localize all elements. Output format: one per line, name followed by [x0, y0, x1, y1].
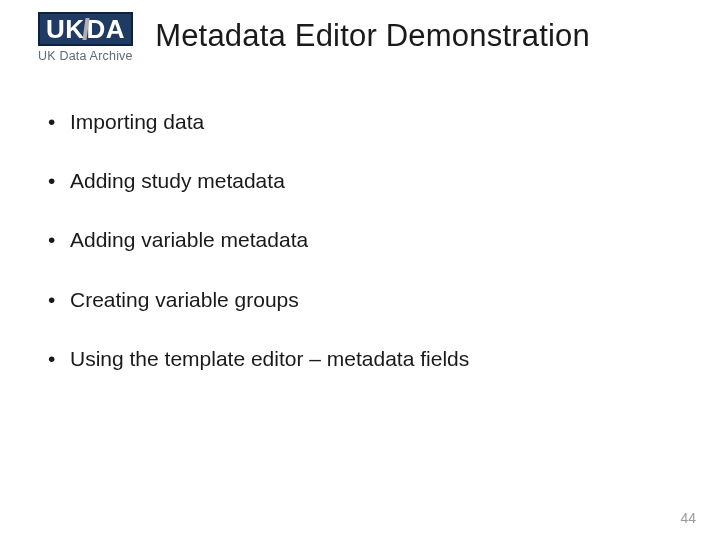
logo: UK DA UK Data Archive	[38, 12, 133, 63]
slide-title: Metadata Editor Demonstration	[155, 18, 590, 54]
slide-header: UK DA UK Data Archive Metadata Editor De…	[0, 0, 720, 63]
bullet-list: Importing data Adding study metadata Add…	[48, 109, 720, 371]
list-item: Adding study metadata	[48, 168, 720, 193]
list-item: Importing data	[48, 109, 720, 134]
logo-text-uk: UK	[46, 16, 85, 42]
list-item: Using the template editor – metadata fie…	[48, 346, 720, 371]
logo-subtitle: UK Data Archive	[38, 49, 133, 63]
logo-text-da: DA	[87, 16, 126, 42]
logo-box: UK DA	[38, 12, 133, 46]
list-item: Creating variable groups	[48, 287, 720, 312]
list-item: Adding variable metadata	[48, 227, 720, 252]
page-number: 44	[680, 510, 696, 526]
